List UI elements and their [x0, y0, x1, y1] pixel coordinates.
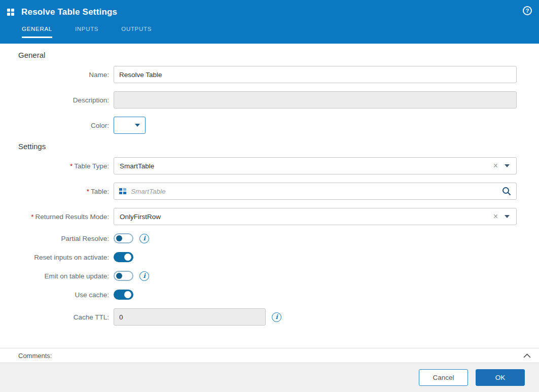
clear-icon[interactable]: × — [493, 162, 498, 170]
grid-menu-icon[interactable] — [7, 9, 14, 16]
emit-on-table-update-row: Emit on table update: i — [0, 271, 539, 281]
returned-results-mode-dropdown[interactable]: OnlyFirstRow × — [114, 208, 517, 225]
table-type-field-row: *Table Type: SmartTable × — [0, 157, 539, 174]
cache-ttl-field-row: Cache TTL: i — [0, 308, 539, 326]
partial-resolve-row: Partial Resolve: i — [0, 233, 539, 243]
cache-ttl-label: Cache TTL: — [0, 313, 114, 321]
name-field-row: Name: — [0, 66, 539, 83]
dialog-header: Resolve Table Settings ? GENERAL INPUTS … — [0, 0, 539, 44]
info-icon[interactable]: i — [272, 312, 281, 322]
returned-results-mode-value: OnlyFirstRow — [120, 213, 161, 221]
emit-on-table-update-toggle[interactable] — [114, 271, 133, 281]
caret-down-icon[interactable] — [505, 164, 510, 167]
tab-bar: GENERAL INPUTS OUTPUTS — [0, 26, 539, 38]
settings-form: General Name: Description: Color: Settin… — [0, 44, 539, 348]
title-row: Resolve Table Settings — [0, 0, 539, 20]
toggle-knob — [116, 273, 122, 279]
tab-inputs[interactable]: INPUTS — [75, 26, 98, 38]
settings-section-heading: Settings — [18, 142, 539, 151]
emit-on-table-update-label: Emit on table update: — [0, 272, 114, 280]
general-section-heading: General — [18, 51, 539, 59]
table-label-text: Table: — [91, 188, 109, 195]
table-search-input[interactable] — [131, 188, 498, 195]
resolve-table-settings-dialog: Resolve Table Settings ? GENERAL INPUTS … — [0, 0, 539, 392]
smarttable-icon — [119, 188, 127, 195]
tab-general[interactable]: GENERAL — [22, 26, 52, 38]
help-icon[interactable]: ? — [523, 6, 532, 15]
clear-icon[interactable]: × — [493, 212, 498, 221]
cache-ttl-input[interactable] — [114, 308, 266, 326]
dialog-footer: Cancel OK — [0, 363, 539, 392]
required-asterisk: * — [70, 162, 73, 170]
use-cache-row: Use cache: — [0, 290, 539, 300]
name-input[interactable] — [114, 66, 517, 83]
returned-results-mode-label: *Returned Results Mode: — [0, 213, 114, 221]
ok-button[interactable]: OK — [476, 369, 525, 386]
description-field-row: Description: — [0, 91, 539, 109]
table-type-label-text: Table Type: — [74, 162, 109, 170]
required-asterisk: * — [31, 213, 33, 221]
reset-inputs-row: Reset inputs on activate: — [0, 252, 539, 262]
search-icon[interactable] — [502, 187, 511, 196]
chevron-up-icon[interactable] — [523, 353, 531, 358]
reset-inputs-label: Reset inputs on activate: — [0, 254, 114, 261]
cancel-button[interactable]: Cancel — [419, 369, 468, 386]
table-label: *Table: — [0, 188, 114, 195]
returned-results-mode-label-text: Returned Results Mode: — [35, 213, 109, 221]
description-label: Description: — [0, 96, 114, 104]
use-cache-toggle[interactable] — [114, 290, 133, 300]
color-dropdown[interactable] — [114, 117, 146, 134]
name-label: Name: — [0, 71, 114, 79]
reset-inputs-toggle[interactable] — [114, 252, 133, 262]
table-field-row: *Table: — [0, 183, 539, 200]
comments-label: Comments: — [18, 352, 52, 360]
returned-results-mode-field-row: *Returned Results Mode: OnlyFirstRow × — [0, 208, 539, 225]
table-type-value: SmartTable — [120, 162, 154, 170]
info-icon[interactable]: i — [139, 271, 149, 281]
caret-down-icon — [135, 124, 140, 127]
use-cache-label: Use cache: — [0, 291, 114, 299]
color-field-row: Color: — [0, 117, 539, 134]
table-type-label: *Table Type: — [0, 162, 114, 170]
required-asterisk: * — [87, 188, 89, 195]
description-input[interactable] — [114, 91, 517, 109]
color-label: Color: — [0, 122, 114, 129]
table-type-dropdown[interactable]: SmartTable × — [114, 157, 517, 174]
tab-outputs[interactable]: OUTPUTS — [121, 26, 152, 38]
dialog-title: Resolve Table Settings — [21, 7, 117, 17]
table-picker[interactable] — [114, 183, 517, 200]
partial-resolve-toggle[interactable] — [114, 233, 133, 243]
info-icon[interactable]: i — [139, 234, 149, 243]
comments-bar[interactable]: Comments: — [0, 348, 539, 363]
toggle-knob — [116, 235, 122, 241]
partial-resolve-label: Partial Resolve: — [0, 235, 114, 242]
toggle-knob — [124, 254, 131, 261]
toggle-knob — [124, 291, 131, 298]
caret-down-icon[interactable] — [505, 215, 510, 218]
